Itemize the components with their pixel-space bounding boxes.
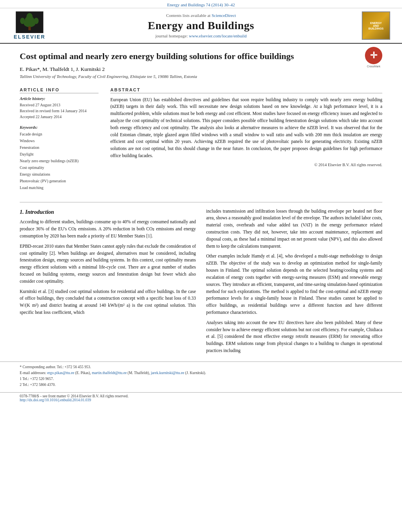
journal-logo-box: ENERGY AND BUILDINGS xyxy=(355,11,390,40)
divider-1 xyxy=(20,202,382,202)
intro-p1: According to different studies, building… xyxy=(20,219,196,239)
article-info-label: ARTICLE INFO xyxy=(20,87,99,93)
footnote-1: 1 Tel.: +372 520 9657. xyxy=(20,376,382,382)
sciencedirect-link[interactable]: ScienceDirect xyxy=(212,13,236,18)
copyright-line: © 2014 Elsevier B.V. All rights reserved… xyxy=(110,163,382,167)
keyword-6: Cost optimality xyxy=(20,164,99,171)
intro-p3: Kurnitski et al. [3] studied cost optima… xyxy=(20,288,196,316)
article-history-block: Article history: Received 27 August 2013… xyxy=(20,96,99,120)
eb-logo: ENERGY AND BUILDINGS xyxy=(362,11,390,40)
email-addresses: E-mail addresses: ergo.pikas@ttu.ee (E. … xyxy=(20,370,382,376)
left-column: ARTICLE INFO Article history: Received 2… xyxy=(20,87,99,196)
abstract-label: ABSTRACT xyxy=(110,87,382,93)
bottom-bar: 0378-7788/$ – see front matter © 2014 El… xyxy=(0,392,402,404)
homepage-link[interactable]: www.elsevier.com/locate/enbuild xyxy=(189,33,247,38)
doi-link[interactable]: http://dx.doi.org/10.1016/j.enbuild.2014… xyxy=(20,398,91,402)
elsevier-logo: ELSEVIER xyxy=(12,11,47,40)
keyword-4: Daylight xyxy=(20,151,99,158)
received-revised-date: Received in revised form 14 January 2014 xyxy=(20,108,99,114)
article-info-section: ARTICLE INFO Article history: Received 2… xyxy=(20,87,99,120)
journal-homepage: journal homepage: www.elsevier.com/locat… xyxy=(47,33,355,38)
journal-header: ELSEVIER Contents lists available at Sci… xyxy=(0,8,402,44)
col-right: includes transmission and infiltration l… xyxy=(206,208,382,358)
crossmark: ✛ CrossMark xyxy=(365,47,382,64)
section1-title: 1. Introduction xyxy=(20,208,196,217)
received-date-1: Received 27 August 2013 xyxy=(20,102,99,108)
two-col-section: 1. Introduction According to different s… xyxy=(0,208,402,358)
keyword-7: Energy simulations xyxy=(20,171,99,178)
email2-link[interactable]: martin.thalfeldt@ttu.ee xyxy=(92,371,127,375)
article-body: ARTICLE INFO Article history: Received 2… xyxy=(0,87,402,196)
right-column: ABSTRACT European Union (EU) has establi… xyxy=(110,87,382,196)
crossmark-circle: ✛ xyxy=(365,47,382,64)
email1-link[interactable]: ergo.pikas@ttu.ee xyxy=(47,371,74,375)
keywords-label: Keywords: xyxy=(20,125,99,130)
accepted-date: Accepted 22 January 2014 xyxy=(20,114,99,120)
top-bar: Energy and Buildings 74 (2014) 30–42 xyxy=(0,0,402,8)
svg-point-6 xyxy=(34,18,39,24)
intro-p5: Other examples include Hamdy et al. [4],… xyxy=(206,253,382,316)
intro-p6: Analyses taking into account the new EU … xyxy=(206,319,382,354)
doi-line: http://dx.doi.org/10.1016/j.enbuild.2014… xyxy=(20,398,382,402)
keyword-9: Load matching xyxy=(20,184,99,191)
col-left: 1. Introduction According to different s… xyxy=(20,208,196,358)
keyword-2: Windows xyxy=(20,137,99,144)
svg-point-5 xyxy=(20,18,25,24)
intro-p4: includes transmission and infiltration l… xyxy=(206,208,382,250)
journal-title-big: Energy and Buildings xyxy=(47,19,355,32)
authors: E. Pikas*, M. Thalfeldt 1, J. Kurnitski … xyxy=(20,66,382,72)
svg-rect-4 xyxy=(28,26,31,30)
keywords-list: Facade design Windows Fenestration Dayli… xyxy=(20,131,99,191)
article-header: Cost optimal and nearly zero energy buil… xyxy=(0,44,402,87)
keyword-3: Fenestration xyxy=(20,144,99,151)
affiliation: Tallinn University of Technology, Facult… xyxy=(20,74,382,79)
keywords-section: Keywords: Facade design Windows Fenestra… xyxy=(20,125,99,191)
journal-ref: Energy and Buildings 74 (2014) 30–42 xyxy=(167,2,235,7)
article-title: Cost optimal and nearly zero energy buil… xyxy=(20,51,294,62)
footnote-2: 2 Tel.: +372 5866 4370. xyxy=(20,382,382,388)
elsevier-wordmark: ELSEVIER xyxy=(14,34,45,40)
journal-center: Contents lists available at ScienceDirec… xyxy=(47,13,355,38)
keyword-8: Photovoltaic (PV) generation xyxy=(20,178,99,184)
svg-point-3 xyxy=(24,19,35,27)
issn-line: 0378-7788/$ – see front matter © 2014 El… xyxy=(20,394,382,398)
corresponding-author: * Corresponding author. Tel.: +372 56 45… xyxy=(20,364,382,370)
keyword-1: Facade design xyxy=(20,131,99,137)
keyword-5: Nearly zero energy buildings (nZEB) xyxy=(20,158,99,164)
article-history-label: Article history: xyxy=(20,96,99,101)
contents-line: Contents lists available at ScienceDirec… xyxy=(47,13,355,18)
email3-link[interactable]: jarek.kurnitski@ttu.ee xyxy=(151,371,184,375)
tree-image xyxy=(16,11,43,33)
footnotes: * Corresponding author. Tel.: +372 56 45… xyxy=(0,361,402,390)
intro-p2: EPBD-recast 2010 states that Member Stat… xyxy=(20,243,196,285)
abstract-text: European Union (EU) has established dire… xyxy=(110,96,382,159)
